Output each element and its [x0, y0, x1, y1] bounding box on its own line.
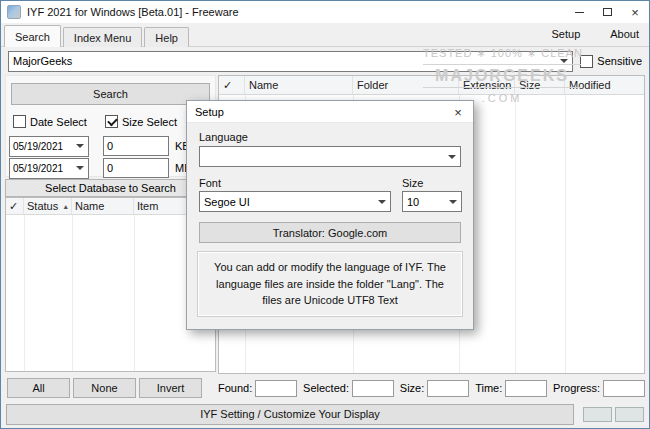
date-from-picker[interactable]: 05/19/2021: [9, 136, 89, 157]
search-dropdown-arrow-icon[interactable]: [555, 52, 572, 71]
date-select-checkbox-icon: [13, 115, 26, 128]
size-kb-field[interactable]: [103, 136, 169, 156]
results-column-modified[interactable]: Modified: [565, 76, 644, 94]
database-header-label: Select Database to Search: [45, 182, 176, 194]
sensitive-checkbox[interactable]: Sensitive: [580, 55, 642, 68]
font-size-dropdown-arrow-icon[interactable]: [444, 192, 461, 211]
check-icon: ✓: [9, 200, 18, 213]
results-column-extension-label: Extension: [463, 79, 511, 91]
tab-help[interactable]: Help: [144, 27, 189, 47]
setup-dialog-titlebar: Setup ×: [187, 101, 473, 123]
results-column-extension[interactable]: Extension: [459, 76, 515, 94]
iyf-setting-button-label: IYF Setting / Customize Your Display: [200, 408, 380, 420]
caption-buttons: ×: [565, 1, 649, 23]
date-to-picker[interactable]: 05/19/2021: [9, 158, 89, 179]
titlebar: IYF 2021 for Windows [Beta.01] - Freewar…: [1, 1, 649, 23]
column-gridline: [134, 215, 135, 371]
font-combobox[interactable]: Segoe UI: [199, 191, 391, 212]
date-size-row-2: 05/19/2021 MB: [9, 158, 216, 178]
time-label: Time:: [475, 382, 502, 394]
check-icon: ✓: [223, 79, 232, 92]
results-column-name[interactable]: Name: [245, 76, 353, 94]
minimize-icon: [575, 12, 584, 13]
found-label: Found:: [218, 382, 252, 394]
column-gridline: [565, 95, 566, 373]
results-column-size[interactable]: Size: [515, 76, 565, 94]
invert-button[interactable]: Invert: [139, 378, 202, 398]
db-column-status[interactable]: Status ▲: [24, 198, 72, 214]
all-button-label: All: [32, 382, 44, 394]
chevron-down-icon: [378, 200, 386, 204]
font-value: Segoe UI: [200, 196, 373, 208]
display-option-button-1[interactable]: [583, 407, 612, 422]
date-select-label: Date Select: [30, 116, 87, 128]
language-info-box: You can add or modify the language of IY…: [197, 251, 463, 317]
column-gridline: [515, 95, 516, 373]
date-to-arrow-icon[interactable]: [71, 159, 88, 178]
date-from-value: 05/19/2021: [10, 141, 71, 152]
chevron-down-icon: [449, 200, 457, 204]
found-value-field: [255, 380, 297, 397]
sensitive-checkbox-icon: [580, 55, 593, 68]
size-kb-input[interactable]: [104, 140, 168, 152]
none-button[interactable]: None: [73, 378, 136, 398]
selected-label: Selected:: [303, 382, 349, 394]
results-column-check[interactable]: ✓: [219, 76, 245, 94]
tab-help-label: Help: [155, 32, 178, 44]
search-combobox[interactable]: [8, 51, 573, 72]
iyf-setting-button[interactable]: IYF Setting / Customize Your Display: [6, 404, 574, 425]
close-button[interactable]: ×: [621, 1, 649, 23]
tab-search[interactable]: Search: [4, 25, 61, 47]
font-size-combobox[interactable]: 10: [402, 191, 462, 212]
size-mb-input[interactable]: [104, 162, 168, 174]
close-icon: ×: [631, 6, 639, 19]
date-from-arrow-icon[interactable]: [71, 137, 88, 156]
date-to-value: 05/19/2021: [10, 163, 71, 174]
window-title: IYF 2021 for Windows [Beta.01] - Freewar…: [27, 6, 239, 18]
db-column-status-label: Status: [27, 200, 58, 212]
display-option-button-2[interactable]: [615, 407, 644, 422]
size-value-field: [427, 380, 469, 397]
language-label: Language: [199, 131, 248, 143]
about-menu-item[interactable]: About: [610, 28, 639, 40]
size-select-checkbox[interactable]: Size Select: [105, 115, 177, 128]
results-column-folder[interactable]: Folder: [353, 76, 459, 94]
chevron-down-icon: [448, 155, 456, 159]
database-list[interactable]: ✓ Status ▲ Name Item: [5, 197, 216, 372]
translator-button-label: Translator: Google.com: [273, 227, 388, 239]
search-input[interactable]: [9, 52, 555, 71]
language-combobox[interactable]: [199, 146, 461, 167]
size-status-label: Size:: [400, 382, 424, 394]
size-select-checkbox-icon: [105, 115, 118, 128]
tab-index-menu[interactable]: Index Menu: [63, 27, 142, 47]
db-column-name[interactable]: Name: [72, 198, 134, 214]
all-button[interactable]: All: [7, 378, 70, 398]
maximize-button[interactable]: [593, 1, 621, 23]
font-label: Font: [199, 177, 221, 189]
font-size-value: 10: [403, 196, 444, 208]
results-header: ✓ Name Folder Extension Size Modified: [219, 76, 644, 95]
search-row: Sensitive: [1, 48, 649, 74]
language-dropdown-arrow-icon[interactable]: [443, 147, 460, 166]
chevron-down-icon: [560, 59, 568, 63]
bottom-bar: IYF Setting / Customize Your Display: [1, 400, 649, 428]
db-column-check[interactable]: ✓: [6, 198, 24, 214]
left-panel: Search Date Select Size Select 05/19/202…: [5, 75, 216, 398]
tab-strip: Search Index Menu Help: [4, 25, 191, 47]
translator-button[interactable]: Translator: Google.com: [199, 222, 461, 243]
size-mb-field[interactable]: [103, 158, 169, 178]
minimize-button[interactable]: [565, 1, 593, 23]
sensitive-label: Sensitive: [597, 55, 642, 67]
date-select-checkbox[interactable]: Date Select: [13, 115, 105, 128]
chevron-down-icon: [76, 144, 84, 148]
time-value-field: [505, 380, 547, 397]
font-dropdown-arrow-icon[interactable]: [373, 192, 390, 211]
db-column-item-label: Item: [137, 200, 158, 212]
tab-search-label: Search: [15, 31, 50, 43]
app-icon: [7, 5, 21, 19]
search-button[interactable]: Search: [11, 83, 210, 105]
setup-dialog-close-button[interactable]: ×: [443, 101, 473, 123]
setup-menu-item[interactable]: Setup: [552, 28, 581, 40]
setup-dialog-title: Setup: [195, 106, 224, 118]
progress-value-field: [603, 380, 645, 397]
